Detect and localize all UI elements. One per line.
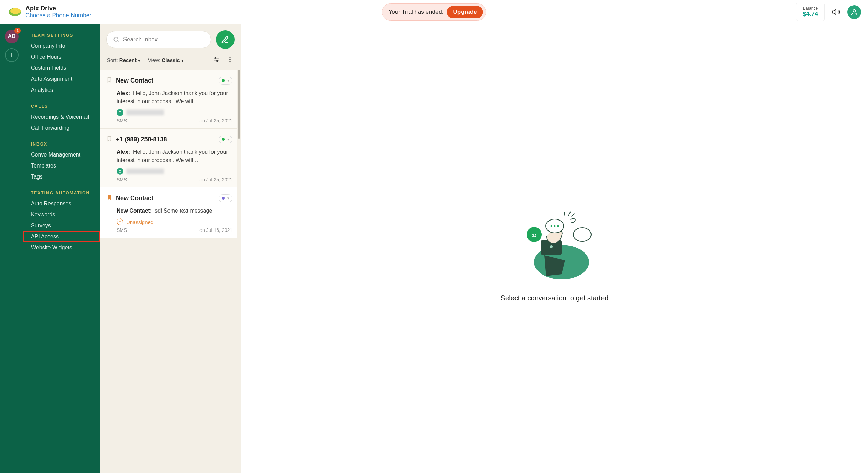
bookmark-icon[interactable] <box>106 76 112 85</box>
conversation-item[interactable]: New Contact ▾ New Contact: sdf Some text… <box>100 187 241 238</box>
main-empty-state: :D Select a conversation to get started <box>241 24 868 473</box>
sidebar-heading: CALLS <box>23 101 100 111</box>
sidebar-item-website-widgets[interactable]: Website Widgets <box>23 242 100 253</box>
svg-point-9 <box>229 57 231 58</box>
svg-point-13 <box>119 170 121 171</box>
chevron-down-icon: ▼ <box>181 58 184 63</box>
sidebar-item-analytics[interactable]: Analytics <box>23 85 100 96</box>
chevron-down-icon: ▾ <box>227 196 229 201</box>
svg-point-1 <box>10 8 21 14</box>
assignee-row <box>117 109 232 116</box>
sidebar-heading: TEAM SETTINGS <box>23 30 100 41</box>
filter-icon[interactable] <box>213 56 220 64</box>
trial-banner: Your Trial has ended. Upgrade <box>382 3 486 21</box>
svg-point-8 <box>217 60 218 62</box>
svg-point-10 <box>229 59 231 60</box>
svg-line-4 <box>118 41 119 42</box>
status-pill[interactable]: ▾ <box>219 136 232 143</box>
assignee-row <box>117 168 232 175</box>
profile-avatar[interactable] <box>847 5 861 19</box>
sidebar-item-office-hours[interactable]: Office Hours <box>23 52 100 63</box>
header: Apix Drive Choose a Phone Number Your Tr… <box>0 0 868 24</box>
choose-phone-link[interactable]: Choose a Phone Number <box>25 12 91 19</box>
conversation-title: New Contact <box>116 77 215 84</box>
sidebar-item-templates[interactable]: Templates <box>23 160 100 171</box>
svg-point-7 <box>215 58 216 59</box>
conversation-meta: SMSon Jul 16, 2021 <box>117 227 232 233</box>
conversation-item[interactable]: New Contact ▾ Alex: Hello, John Jackson … <box>100 70 241 129</box>
app-logo <box>7 4 23 20</box>
assignee-row: Unassigned <box>117 218 232 225</box>
svg-point-23 <box>557 225 559 227</box>
balance-box[interactable]: Balance $4.74 <box>796 3 825 21</box>
svg-point-17 <box>550 245 553 248</box>
conversation-title: New Contact <box>116 195 215 202</box>
settings-sidebar: TEAM SETTINGS Company Info Office Hours … <box>23 24 100 473</box>
svg-point-12 <box>119 111 121 112</box>
inbox-controls: Sort: Recent▼ View: Classic▼ <box>100 52 241 70</box>
balance-amount: $4.74 <box>803 11 818 18</box>
assignee-icon <box>117 168 123 175</box>
chevron-down-icon: ▼ <box>137 58 141 63</box>
conversation-snippet: Alex: Hello, John Jackson thank you for … <box>117 148 232 164</box>
conversation-meta: SMSon Jul 25, 2021 <box>117 177 232 182</box>
sidebar-heading: TEXTING AUTOMATION <box>23 188 100 198</box>
conversation-list: New Contact ▾ Alex: Hello, John Jackson … <box>100 70 241 473</box>
assignee-name-blurred <box>126 110 164 115</box>
status-pill[interactable]: ▾ <box>219 77 232 85</box>
chevron-down-icon: ▾ <box>227 78 229 83</box>
sidebar-item-custom-fields[interactable]: Custom Fields <box>23 63 100 74</box>
sidebar-item-recordings[interactable]: Recordings & Voicemail <box>23 111 100 122</box>
sidebar-item-keywords[interactable]: Keywords <box>23 209 100 220</box>
svg-point-11 <box>229 61 231 63</box>
chevron-down-icon: ▾ <box>227 137 229 142</box>
conversation-item[interactable]: +1 (989) 250-8138 ▾ Alex: Hello, John Ja… <box>100 129 241 187</box>
status-pill[interactable]: ▾ <box>219 194 232 202</box>
sidebar-item-surveys[interactable]: Surveys <box>23 220 100 231</box>
sidebar-heading: INBOX <box>23 139 100 149</box>
search-inbox[interactable] <box>106 31 211 48</box>
bookmark-icon[interactable] <box>106 194 112 203</box>
sidebar-item-call-forwarding[interactable]: Call Forwarding <box>23 122 100 133</box>
workspace-avatar[interactable]: AD 1 <box>5 30 19 43</box>
app-title-block: Apix Drive Choose a Phone Number <box>25 5 91 19</box>
conversation-snippet: Alex: Hello, John Jackson thank you for … <box>117 89 232 106</box>
svg-point-14 <box>119 221 120 222</box>
search-input[interactable] <box>123 36 205 43</box>
bookmark-icon[interactable] <box>106 135 112 144</box>
empty-illustration: :D <box>510 195 599 286</box>
volume-icon[interactable] <box>829 5 843 19</box>
status-dot-icon <box>222 138 225 141</box>
status-dot-icon <box>222 79 225 82</box>
sidebar-item-company-info[interactable]: Company Info <box>23 41 100 52</box>
sidebar-item-auto-responses[interactable]: Auto Responses <box>23 198 100 209</box>
workspace-badge: 1 <box>14 28 21 34</box>
unassigned-icon <box>117 218 123 225</box>
conversation-title: +1 (989) 250-8138 <box>116 136 215 143</box>
svg-point-21 <box>550 225 552 227</box>
trial-text: Your Trial has ended. <box>388 9 443 15</box>
sidebar-item-auto-assignment[interactable]: Auto Assignment <box>23 74 100 85</box>
status-dot-icon <box>222 197 225 200</box>
view-control[interactable]: View: Classic▼ <box>148 57 184 63</box>
sidebar-item-convo-management[interactable]: Convo Management <box>23 149 100 160</box>
svg-point-3 <box>114 37 118 41</box>
sidebar-item-api-access[interactable]: API Access <box>23 231 100 242</box>
svg-point-2 <box>853 9 855 12</box>
inbox-panel: Sort: Recent▼ View: Classic▼ New Contact <box>100 24 241 473</box>
scrollbar[interactable] <box>237 70 241 473</box>
compose-button[interactable] <box>216 30 235 49</box>
assignee-name-blurred <box>126 169 164 174</box>
scrollbar-thumb[interactable] <box>238 70 240 139</box>
add-workspace-button[interactable]: + <box>5 48 19 62</box>
svg-text::D: :D <box>531 233 536 238</box>
svg-point-22 <box>554 225 555 227</box>
compose-icon <box>221 35 229 44</box>
assignee-icon <box>117 109 123 116</box>
workspace-rail: AD 1 + <box>0 24 23 473</box>
sort-control[interactable]: Sort: Recent▼ <box>107 57 141 63</box>
more-icon[interactable] <box>226 56 234 64</box>
upgrade-button[interactable]: Upgrade <box>447 6 483 18</box>
sidebar-item-tags[interactable]: Tags <box>23 171 100 182</box>
conversation-meta: SMSon Jul 25, 2021 <box>117 118 232 123</box>
